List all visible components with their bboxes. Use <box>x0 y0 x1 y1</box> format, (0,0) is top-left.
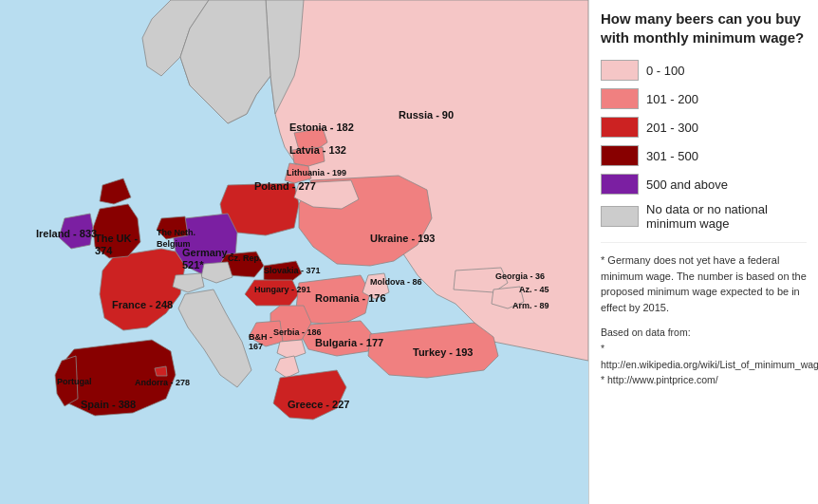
legend-color-0-100 <box>601 60 639 81</box>
legend-color-201-300 <box>601 117 639 138</box>
legend-color-301-500 <box>601 145 639 166</box>
legend-label-301-500: 301 - 500 <box>646 149 698 163</box>
legend-label-201-300: 201 - 300 <box>646 121 698 135</box>
legend-title: How many beers can you buy with monthly … <box>601 9 807 47</box>
legend-label-500plus: 500 and above <box>646 177 728 192</box>
legend-panel: How many beers can you buy with monthly … <box>588 0 818 504</box>
legend-item-500plus: 500 and above <box>601 174 807 195</box>
source2: * http://www.pintprice.com/ <box>601 372 807 388</box>
legend-item-101-200: 101 - 200 <box>601 88 807 109</box>
legend-item-0-100: 0 - 100 <box>601 60 807 81</box>
legend-item-no-data: No data or no national minimum wage <box>601 202 807 231</box>
legend-item-201-300: 201 - 300 <box>601 117 807 138</box>
legend-label-no-data: No data or no national minimum wage <box>646 202 807 231</box>
legend-note: * Germany does not yet have a federal mi… <box>601 242 807 315</box>
legend-color-500plus <box>601 174 639 195</box>
legend-color-101-200 <box>601 88 639 109</box>
map-container: Russia - 90 Ukraine - 193 Poland - 277 G… <box>0 0 588 504</box>
legend-label-0-100: 0 - 100 <box>646 64 684 78</box>
legend-label-101-200: 101 - 200 <box>646 92 698 106</box>
legend-note-text: * Germany does not yet have a federal mi… <box>601 254 807 313</box>
legend-color-no-data <box>601 206 639 227</box>
source1: * http://en.wikipedia.org/wiki/List_of_m… <box>601 341 807 373</box>
legend-sources: Based on data from: * http://en.wikipedi… <box>601 325 807 388</box>
sources-label: Based on data from: <box>601 325 807 341</box>
legend-item-301-500: 301 - 500 <box>601 145 807 166</box>
